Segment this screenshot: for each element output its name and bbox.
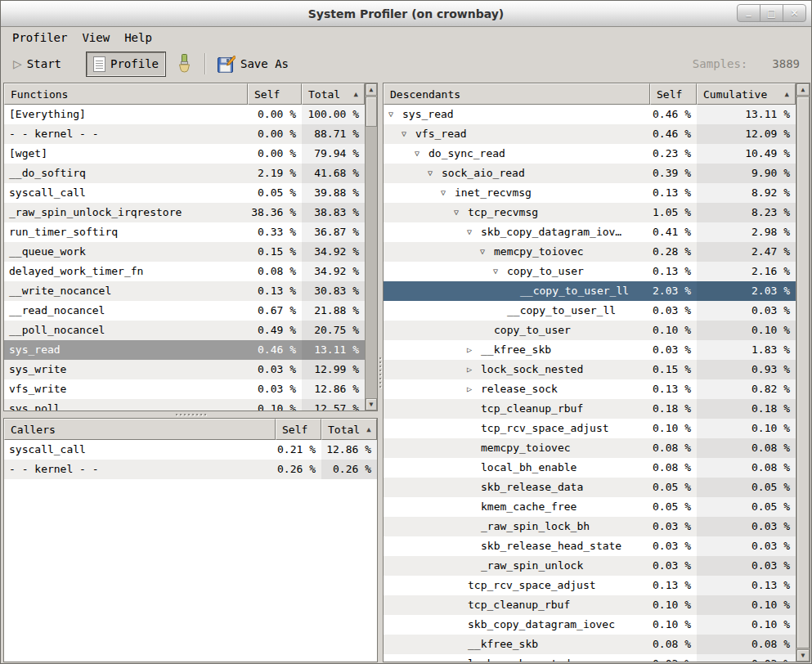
tree-row[interactable]: skb_copy_datagram_iovec 0.10 % 0.10 % bbox=[384, 615, 796, 635]
descendants-scrollbar[interactable]: ▲ ▼ bbox=[796, 83, 810, 662]
tree-name-cell: ▽skb_copy_datagram_iov… bbox=[384, 222, 650, 242]
descendant-name: tcp_rcv_space_adjust bbox=[468, 576, 596, 595]
expander-open-icon[interactable]: ▽ bbox=[493, 262, 507, 281]
table-row[interactable]: syscall_call 0.21 % 12.86 % bbox=[4, 440, 377, 460]
descendants-panel: Descendants Self Cumulative ▲ ▽sys_read … bbox=[383, 83, 810, 662]
start-button[interactable]: ▷ Start bbox=[7, 54, 67, 74]
tree-row[interactable]: ▽copy_to_user 0.13 % 2.16 % bbox=[384, 262, 796, 281]
tree-row[interactable]: memcpy_toiovec 0.08 % 0.08 % bbox=[384, 438, 796, 458]
descendant-name: _raw_spin_lock_bh bbox=[481, 517, 590, 536]
profile-toggle-button[interactable]: Profile bbox=[87, 52, 165, 76]
tree-row[interactable]: ▽sys_read 0.46 % 13.11 % bbox=[384, 105, 796, 124]
tree-row[interactable]: lock_sock_nested 0.03 % 0.03 % bbox=[384, 654, 796, 662]
tree-row[interactable]: kmem_cache_free 0.05 % 0.05 % bbox=[384, 497, 796, 517]
descendant-name: vfs_read bbox=[415, 124, 467, 144]
titlebar[interactable]: System Profiler (on crownbay) _ □ ✕ bbox=[1, 1, 811, 27]
tree-row[interactable]: ▽sock_aio_read 0.39 % 9.90 % bbox=[384, 164, 796, 183]
expander-open-icon[interactable]: ▽ bbox=[388, 105, 402, 124]
table-row[interactable]: [Everything] 0.00 % 100.00 % bbox=[4, 105, 365, 124]
menu-profiler[interactable]: Profiler bbox=[5, 29, 74, 47]
menu-help[interactable]: Help bbox=[117, 29, 159, 47]
scroll-down-icon[interactable]: ▼ bbox=[366, 398, 377, 411]
expander-open-icon[interactable]: ▽ bbox=[441, 183, 455, 203]
tree-row[interactable]: ▽memcpy_toiovec 0.28 % 2.47 % bbox=[384, 242, 796, 262]
descendant-name: copy_to_user bbox=[494, 321, 571, 340]
expander-open-icon[interactable]: ▽ bbox=[467, 222, 481, 242]
table-row[interactable]: run_timer_softirq 0.33 % 36.87 % bbox=[4, 222, 365, 242]
functions-self-column-header[interactable]: Self bbox=[248, 83, 302, 105]
tree-row[interactable]: tcp_rcv_space_adjust 0.13 % 0.13 % bbox=[384, 576, 796, 595]
tree-row[interactable]: local_bh_enable 0.08 % 0.08 % bbox=[384, 458, 796, 478]
tree-row[interactable]: __copy_to_user_ll 2.03 % 2.03 % bbox=[384, 281, 796, 301]
table-row[interactable]: - - kernel - - 0.00 % 88.71 % bbox=[4, 124, 365, 144]
table-row[interactable]: syscall_call 0.05 % 39.88 % bbox=[4, 183, 365, 203]
tree-row[interactable]: __kfree_skb 0.08 % 0.08 % bbox=[384, 635, 796, 654]
tree-row[interactable]: ▷__kfree_skb 0.03 % 1.83 % bbox=[384, 340, 796, 360]
self-percent: 0.33 % bbox=[248, 222, 302, 242]
expander-closed-icon[interactable]: ▷ bbox=[467, 340, 481, 360]
menu-view[interactable]: View bbox=[74, 29, 117, 47]
functions-total-column-header[interactable]: Total ▲ bbox=[302, 83, 365, 105]
expander-open-icon[interactable]: ▽ bbox=[454, 203, 468, 222]
functions-column-header[interactable]: Functions bbox=[4, 83, 248, 105]
tree-row[interactable]: ▽vfs_read 0.46 % 12.09 % bbox=[384, 124, 796, 144]
tree-row[interactable]: _raw_spin_unlock 0.03 % 0.03 % bbox=[384, 556, 796, 576]
callers-self-column-header[interactable]: Self bbox=[276, 419, 321, 440]
tree-row[interactable]: _raw_spin_lock_bh 0.03 % 0.03 % bbox=[384, 517, 796, 536]
functions-callers-splitter[interactable] bbox=[3, 411, 378, 418]
cumulative-percent: 13.11 % bbox=[697, 105, 796, 124]
callers-total-column-header[interactable]: Total ▲ bbox=[321, 419, 377, 440]
tree-row[interactable]: skb_release_head_state 0.03 % 0.03 % bbox=[384, 536, 796, 556]
reset-button[interactable] bbox=[168, 50, 200, 78]
maximize-button[interactable]: □ bbox=[760, 4, 783, 22]
close-button[interactable]: ✕ bbox=[783, 4, 806, 22]
descendants-scrollbar-thumb[interactable] bbox=[796, 96, 810, 648]
table-row[interactable]: delayed_work_timer_fn 0.08 % 34.92 % bbox=[4, 262, 365, 281]
tree-row[interactable]: ▽do_sync_read 0.23 % 10.49 % bbox=[384, 144, 796, 164]
descendants-cumulative-column-header[interactable]: Cumulative ▲ bbox=[697, 83, 796, 105]
table-row[interactable]: sys_poll 0.10 % 12.57 % bbox=[4, 399, 365, 411]
tree-indent bbox=[388, 468, 467, 469]
tree-row[interactable]: __copy_to_user_ll 0.03 % 0.03 % bbox=[384, 301, 796, 321]
tree-row[interactable]: skb_release_data 0.05 % 0.05 % bbox=[384, 478, 796, 497]
scroll-down-icon[interactable]: ▼ bbox=[796, 649, 810, 662]
table-row[interactable]: __poll_nocancel 0.49 % 20.75 % bbox=[4, 321, 365, 340]
table-row[interactable]: - - kernel - - 0.26 % 0.26 % bbox=[4, 460, 377, 479]
table-row[interactable]: [wget] 0.00 % 79.94 % bbox=[4, 144, 365, 164]
table-row[interactable]: sys_write 0.03 % 12.99 % bbox=[4, 360, 365, 379]
tree-row[interactable]: ▽inet_recvmsg 0.13 % 8.92 % bbox=[384, 183, 796, 203]
minimize-button[interactable]: _ bbox=[737, 4, 760, 22]
table-row[interactable]: sys_read 0.46 % 13.11 % bbox=[4, 340, 365, 360]
tree-row[interactable]: ▽skb_copy_datagram_iov… 0.41 % 2.98 % bbox=[384, 222, 796, 242]
table-row[interactable]: __queue_work 0.15 % 34.92 % bbox=[4, 242, 365, 262]
scroll-up-icon[interactable]: ▲ bbox=[366, 83, 377, 96]
expander-open-icon[interactable]: ▽ bbox=[402, 124, 415, 144]
table-row[interactable]: _raw_spin_unlock_irqrestore 38.36 % 38.8… bbox=[4, 203, 365, 222]
table-row[interactable]: __read_nocancel 0.67 % 21.88 % bbox=[4, 301, 365, 321]
tree-row[interactable]: ▽tcp_recvmsg 1.05 % 8.23 % bbox=[384, 203, 796, 222]
expander-open-icon[interactable]: ▽ bbox=[428, 164, 442, 183]
table-row[interactable]: vfs_write 0.03 % 12.86 % bbox=[4, 379, 365, 399]
tree-row[interactable]: copy_to_user 0.10 % 0.10 % bbox=[384, 321, 796, 340]
functions-scrollbar-thumb[interactable] bbox=[366, 96, 377, 127]
save-as-button[interactable]: Save As bbox=[211, 52, 294, 77]
callers-column-header[interactable]: Callers bbox=[4, 419, 276, 440]
cumulative-percent: 12.09 % bbox=[697, 124, 796, 144]
table-row[interactable]: __do_softirq 2.19 % 41.68 % bbox=[4, 164, 365, 183]
expander-open-icon[interactable]: ▽ bbox=[480, 242, 494, 262]
tree-row[interactable]: ▷release_sock 0.13 % 0.82 % bbox=[384, 379, 796, 399]
descendant-name: __copy_to_user_ll bbox=[507, 301, 616, 321]
scroll-up-icon[interactable]: ▲ bbox=[796, 83, 810, 96]
expander-closed-icon[interactable]: ▷ bbox=[467, 379, 481, 399]
table-row[interactable]: __write_nocancel 0.13 % 30.83 % bbox=[4, 281, 365, 301]
expander-closed-icon[interactable]: ▷ bbox=[467, 360, 481, 379]
descendants-self-column-header[interactable]: Self bbox=[650, 83, 697, 105]
expander-open-icon[interactable]: ▽ bbox=[415, 144, 428, 164]
tree-row[interactable]: tcp_cleanup_rbuf 0.10 % 0.10 % bbox=[384, 595, 796, 615]
tree-row[interactable]: ▷lock_sock_nested 0.15 % 0.93 % bbox=[384, 360, 796, 379]
cumulative-percent: 0.05 % bbox=[697, 497, 796, 517]
tree-row[interactable]: tcp_rcv_space_adjust 0.10 % 0.10 % bbox=[384, 419, 796, 438]
tree-row[interactable]: tcp_cleanup_rbuf 0.18 % 0.18 % bbox=[384, 399, 796, 419]
functions-scrollbar[interactable]: ▲ ▼ bbox=[365, 83, 377, 411]
descendants-column-header[interactable]: Descendants bbox=[384, 83, 650, 105]
